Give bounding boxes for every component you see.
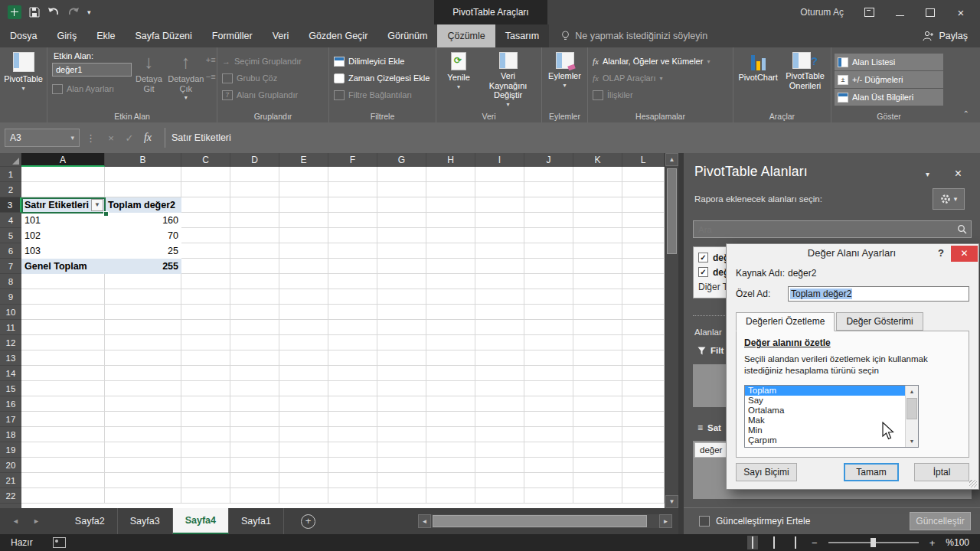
name-box-dropdown-icon[interactable]: ▾ [70, 134, 74, 142]
row-header-13[interactable]: 13 [0, 350, 21, 366]
active-field-input[interactable]: değer1 [52, 63, 132, 77]
row-header-18[interactable]: 18 [0, 427, 21, 442]
change-data-source-button[interactable]: Veri Kaynağını Değiştir ▾ [479, 51, 537, 110]
ok-button[interactable]: Tamam [844, 463, 899, 481]
pane-close-icon[interactable]: × [955, 167, 962, 181]
zoom-out-icon[interactable]: − [812, 537, 818, 549]
scroll-right-icon[interactable]: ► [659, 514, 672, 528]
insert-timeline-button[interactable]: Zaman Çizelgesi Ekle [334, 70, 431, 86]
update-button[interactable]: Güncelleştir [910, 512, 971, 530]
filter-connections-button[interactable]: Filtre Bağlantıları [334, 86, 431, 103]
tab-giris[interactable]: Giriş [47, 24, 87, 47]
pane-options-icon[interactable]: ▾ [926, 170, 929, 178]
pivotchart-button[interactable]: PivotChart [736, 51, 780, 110]
column-header-B[interactable]: B [105, 153, 181, 167]
listbox-scroll-up-icon[interactable]: ▲ [906, 386, 918, 397]
sheet-tab-sayfa4[interactable]: Sayfa4 [173, 508, 229, 534]
row-header-14[interactable]: 14 [0, 366, 21, 381]
cell-A5[interactable]: 102 [21, 228, 105, 243]
cell-B6[interactable]: 25 [105, 243, 181, 259]
list-item-toplam[interactable]: Toplam [745, 386, 918, 396]
cell-B4[interactable]: 160 [105, 213, 181, 228]
collapse-field-icon[interactable]: −≡ [206, 72, 216, 81]
drill-down-button[interactable]: ↓ Detaya Git [132, 51, 166, 110]
zoom-slider[interactable] [828, 542, 919, 543]
checkbox-checked-icon[interactable]: ✓ [698, 267, 708, 277]
plus-minus-buttons-toggle[interactable]: ± +/- Düğmeleri [835, 71, 943, 88]
field-headers-toggle[interactable]: Alan Üst Bilgileri [835, 89, 943, 106]
checkbox-checked-icon[interactable]: ✓ [698, 253, 708, 262]
share-button[interactable]: Paylaş [923, 24, 968, 47]
excel-logo-icon[interactable] [8, 5, 21, 19]
sheet-tab-sayfa1[interactable]: Sayfa1 [229, 508, 284, 534]
custom-name-input[interactable]: Toplam değer2 [788, 286, 969, 302]
list-item-min[interactable]: Min [745, 425, 918, 435]
add-sheet-icon[interactable]: + [301, 514, 315, 529]
column-header-J[interactable]: J [524, 153, 573, 167]
listbox-scrollbar[interactable]: ▲ ▼ [905, 386, 918, 447]
field-settings-button[interactable]: Alan Ayarları [52, 80, 132, 97]
vertical-scrollbar[interactable]: ▲ ▼ [665, 153, 678, 508]
sheet-nav-right-icon[interactable]: ► [33, 517, 40, 525]
insert-slicer-button[interactable]: Dilimleyici Ekle [334, 53, 431, 70]
sheet-nav-left-icon[interactable]: ◄ [12, 517, 19, 525]
column-header-E[interactable]: E [279, 153, 328, 167]
formula-bar-handle[interactable]: ⋮ [86, 132, 96, 144]
defer-checkbox[interactable] [699, 516, 710, 527]
row-header-17[interactable]: 17 [0, 412, 21, 427]
close-icon[interactable]: × [956, 8, 966, 17]
actions-button[interactable]: Eylemler ▾ [547, 51, 583, 110]
row-header-10[interactable]: 10 [0, 305, 21, 320]
number-format-button[interactable]: Sayı Biçimi [736, 463, 797, 481]
recommended-pivottables-button[interactable]: ? PivotTable Önerileri [782, 51, 828, 110]
select-all-corner[interactable] [0, 153, 21, 167]
help-icon[interactable]: ? [931, 247, 951, 259]
cell-B5[interactable]: 70 [105, 228, 181, 243]
formula-content[interactable]: Satır Etiketleri [165, 128, 974, 148]
row-header-5[interactable]: 5 [0, 228, 21, 243]
tools-button[interactable]: ▾ [933, 188, 965, 210]
collapse-ribbon-icon[interactable]: ⌃ [963, 109, 969, 118]
row-header-3[interactable]: 3 [0, 197, 21, 213]
sheet-tab-sayfa2[interactable]: Sayfa2 [63, 508, 118, 534]
search-input[interactable] [694, 225, 957, 234]
maximize-icon[interactable] [925, 8, 936, 17]
save-icon[interactable] [29, 7, 40, 18]
tab-deger-gosterimi[interactable]: Değer Gösterimi [836, 312, 923, 331]
list-item-ortalama[interactable]: Ortalama [745, 406, 918, 416]
refresh-button[interactable]: ⟳ Yenile ▾ [441, 51, 476, 110]
tab-sayfa-duzeni[interactable]: Sayfa Düzeni [125, 24, 201, 47]
cancel-button[interactable]: İptal [914, 463, 969, 481]
olap-tools-button[interactable]: fx OLAP Araçları ▾ [593, 70, 728, 86]
tab-degerleri-ozetleme[interactable]: Değerleri Özetleme [736, 312, 835, 331]
column-header-I[interactable]: I [475, 153, 524, 167]
row-header-16[interactable]: 16 [0, 396, 21, 412]
column-header-C[interactable]: C [181, 153, 230, 167]
listbox-scroll-thumb[interactable] [906, 398, 917, 419]
redo-icon[interactable] [67, 7, 80, 18]
row-header-6[interactable]: 6 [0, 243, 21, 259]
row-header-15[interactable]: 15 [0, 381, 21, 396]
relationships-button[interactable]: İlişkiler [593, 86, 728, 103]
list-item-mak[interactable]: Mak [745, 416, 918, 425]
row-header-20[interactable]: 20 [0, 458, 21, 473]
drill-up-button[interactable]: ↑ Detaydan Çık ▾ [166, 51, 206, 110]
cell-A7[interactable]: Genel Toplam [21, 259, 105, 274]
tab-ekle[interactable]: Ekle [87, 24, 125, 47]
tab-veri[interactable]: Veri [263, 24, 299, 47]
listbox-scroll-down-icon[interactable]: ▼ [906, 435, 918, 447]
list-item-say[interactable]: Say [745, 396, 918, 406]
zoom-slider-thumb[interactable] [871, 538, 876, 547]
row-header-9[interactable]: 9 [0, 289, 21, 305]
ribbon-display-options-icon[interactable] [864, 8, 874, 17]
tell-me-box[interactable]: Ne yapmak istediğinizi söyleyin [549, 24, 707, 47]
cell-A4[interactable]: 101 [21, 213, 105, 228]
column-header-H[interactable]: H [426, 153, 475, 167]
minimize-icon[interactable] [894, 8, 905, 17]
row-header-22[interactable]: 22 [0, 488, 21, 504]
horizontal-scrollbar[interactable]: ◄ ► [418, 514, 672, 528]
row-header-2[interactable]: 2 [0, 182, 21, 197]
grid-body[interactable]: Satır Etiketleri Toplam değer2 101 160 1… [21, 167, 665, 508]
column-header-K[interactable]: K [573, 153, 622, 167]
expand-field-icon[interactable]: +≡ [206, 55, 216, 64]
